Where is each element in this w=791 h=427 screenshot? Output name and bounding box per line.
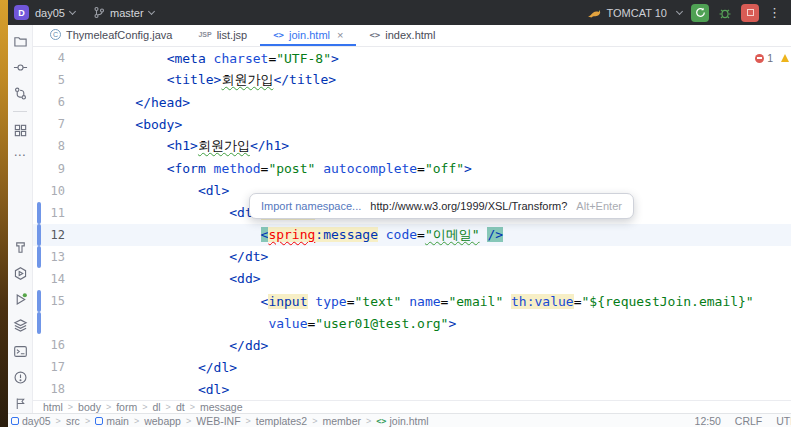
code-line[interactable]: 8 <h1>회원가입</h1>	[33, 135, 791, 157]
warning-icon	[781, 54, 789, 62]
layers-icon[interactable]	[12, 317, 28, 333]
line-number[interactable]: 18	[41, 382, 65, 396]
tab-join-html[interactable]: <> join.html ×	[260, 25, 356, 46]
line-number[interactable]: 7	[41, 117, 65, 131]
status-bar: day05>src>main>webapp>WEB-INF>templates2…	[8, 413, 791, 427]
more-options-icon[interactable]: ⋮	[768, 6, 781, 19]
code-line[interactable]: 15 <input type="text" name="email" th:va…	[33, 290, 791, 312]
caret-position[interactable]: 12:50	[695, 415, 721, 427]
module-icon	[11, 417, 19, 425]
status-path-item[interactable]: <>join.html	[376, 415, 428, 427]
change-marker	[37, 312, 41, 334]
code-text: <form method="post" autocomplete="off">	[104, 161, 472, 176]
code-text: value="user01@test.org">	[104, 316, 456, 331]
line-number[interactable]: 12	[41, 228, 65, 242]
code-line[interactable]: 14 <dd>	[33, 268, 791, 290]
run-tool-window-icon[interactable]	[12, 291, 28, 307]
code-line[interactable]: 12 <spring:message code="이메일" />	[33, 224, 791, 246]
breadcrumb-item[interactable]: html	[43, 401, 63, 413]
structure-icon[interactable]	[12, 122, 28, 138]
code-text: <spring:message code="이메일" />	[104, 226, 503, 244]
import-namespace-action[interactable]: Import namespace...	[261, 200, 361, 212]
pull-requests-icon[interactable]	[12, 85, 28, 101]
path-label: WEB-INF	[196, 415, 240, 427]
code-text: <title>회원가입</title>	[104, 71, 336, 89]
line-number[interactable]: 10	[41, 184, 65, 198]
line-number[interactable]: 8	[41, 139, 65, 153]
status-path-item[interactable]: day05	[11, 415, 51, 427]
path-separator: >	[312, 416, 317, 426]
status-path-item[interactable]: WEB-INF	[196, 415, 240, 427]
status-path-item[interactable]: templates2	[256, 415, 307, 427]
status-path-item[interactable]: webapp	[144, 415, 181, 427]
code-line[interactable]: 16 </dd>	[33, 334, 791, 356]
tomcat-icon	[587, 7, 601, 18]
line-number[interactable]: 6	[41, 95, 65, 109]
services-icon[interactable]	[12, 265, 28, 281]
path-label: main	[106, 415, 129, 427]
breadcrumb-item[interactable]: dt	[176, 401, 185, 413]
code-line[interactable]: 18 <dl>	[33, 378, 791, 400]
problems-icon[interactable]	[12, 369, 28, 385]
chevron-down-icon	[148, 8, 155, 15]
status-path-item[interactable]: member	[322, 415, 361, 427]
tab-thymeleafconfig-java[interactable]: C ThymeleafConfig.java	[37, 25, 185, 46]
project-folder-icon[interactable]	[12, 33, 28, 49]
code-line[interactable]: 5 <title>회원가입</title>	[33, 69, 791, 91]
build-icon[interactable]	[12, 239, 28, 255]
code-line[interactable]: 13 </dt>	[33, 246, 791, 268]
path-label: join.html	[389, 415, 428, 427]
breadcrumb-separator: >	[166, 402, 171, 412]
path-separator: >	[56, 416, 61, 426]
tab-index-html[interactable]: <> index.html	[356, 25, 448, 46]
tool-window-stripe: ⋯	[8, 25, 33, 413]
path-label: src	[66, 415, 80, 427]
chevron-down-icon	[676, 8, 683, 15]
code-line[interactable]: 9 <form method="post" autocomplete="off"…	[33, 157, 791, 179]
line-number[interactable]: 14	[41, 272, 65, 286]
status-path-item[interactable]: main	[95, 415, 129, 427]
line-number[interactable]: 11	[41, 206, 65, 220]
html-file-icon: <>	[273, 30, 284, 40]
breadcrumb-bar: html>body>form>dl>dt>message	[33, 400, 791, 413]
status-path: day05>src>main>webapp>WEB-INF>templates2…	[11, 415, 429, 427]
tab-label: join.html	[289, 29, 330, 41]
line-number[interactable]: 17	[41, 360, 65, 374]
breadcrumb-item[interactable]: body	[78, 401, 101, 413]
code-editor[interactable]: 4 <meta charset="UTF-8">5 <title>회원가입</t…	[33, 47, 791, 400]
branch-selector[interactable]: master	[93, 6, 154, 19]
code-line[interactable]: value="user01@test.org">	[33, 312, 791, 334]
commit-icon[interactable]	[12, 59, 28, 75]
error-count: 1	[767, 52, 773, 64]
line-number[interactable]: 5	[41, 73, 65, 87]
breadcrumb-item[interactable]: form	[116, 401, 137, 413]
close-icon[interactable]: ×	[337, 29, 343, 41]
stripe-divider	[13, 111, 27, 112]
code-line[interactable]: 7 <body>	[33, 113, 791, 135]
line-number[interactable]: 13	[41, 250, 65, 264]
flag-icon[interactable]	[12, 395, 28, 411]
rerun-button[interactable]	[691, 4, 709, 22]
breadcrumb-item[interactable]: dl	[152, 401, 160, 413]
terminal-icon[interactable]	[12, 343, 28, 359]
code-line[interactable]: 17 </dl>	[33, 356, 791, 378]
debug-icon[interactable]	[718, 6, 732, 20]
shortcut-hint: Alt+Enter	[576, 200, 622, 212]
code-line[interactable]: 6 </head>	[33, 91, 791, 113]
status-path-item[interactable]: src	[66, 415, 80, 427]
line-number[interactable]: 15	[41, 294, 65, 308]
project-selector[interactable]: day05	[35, 7, 75, 19]
intention-popup: Import namespace... http://www.w3.org/19…	[249, 193, 634, 219]
line-number[interactable]: 9	[41, 162, 65, 176]
inspections-widget[interactable]: 1 1	[755, 52, 791, 64]
breadcrumb-item[interactable]: message	[200, 401, 243, 413]
run-configuration-selector[interactable]: TOMCAT 10	[587, 7, 682, 19]
line-number[interactable]: 16	[41, 338, 65, 352]
tab-list-jsp[interactable]: JSP list.jsp	[185, 25, 260, 46]
line-number[interactable]: 4	[41, 51, 65, 65]
line-ending[interactable]: CRLF	[735, 415, 762, 427]
more-tool-windows-icon[interactable]: ⋯	[14, 148, 27, 162]
file-encoding[interactable]: UTF-8	[776, 415, 791, 427]
stop-button[interactable]	[741, 4, 759, 22]
code-line[interactable]: 4 <meta charset="UTF-8">	[33, 47, 791, 69]
